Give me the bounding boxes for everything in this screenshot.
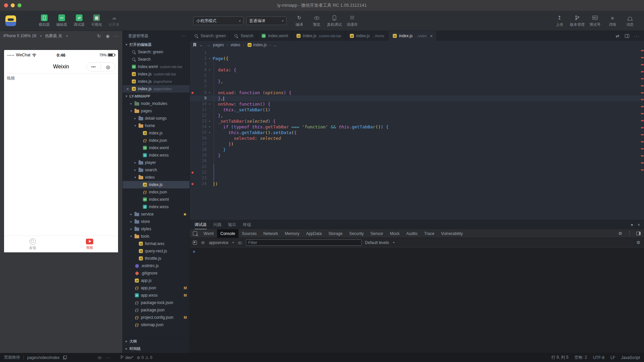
collapse-panel-icon[interactable]: ▾ [631, 223, 633, 227]
tree-item-package-lock.json[interactable]: {}package-lock.json [123, 299, 190, 306]
console-settings-gear-icon[interactable]: ⚙ [636, 240, 641, 245]
editor-tab[interactable]: <>index.wxml [257, 31, 292, 41]
git-branch-indicator[interactable]: dev* [120, 355, 133, 360]
more-icon[interactable]: ··· [114, 34, 119, 39]
cursor-position[interactable]: 行 9, 列 5 [551, 355, 569, 360]
device-select[interactable]: iPhone 5 106% 16 ▾ [3, 34, 42, 38]
editor-tab[interactable]: JSindex.js.../video× [388, 31, 437, 41]
close-tab-icon[interactable]: × [430, 34, 433, 39]
devtools-tab-Vulnerability[interactable]: Vulnerability [438, 229, 466, 238]
more-actions-icon[interactable]: ··· [181, 34, 186, 38]
compare-icon[interactable]: ⇄ [615, 34, 620, 39]
code-line[interactable]: 13▾ _setTabBar(selected) { [190, 118, 644, 124]
code-line[interactable]: 14▾ if (typeof this.getTabBar === 'funct… [190, 124, 644, 130]
tree-item-app.wxss[interactable]: #app.wxssM [123, 292, 190, 299]
editor-tab[interactable]: JSindex.jscustom-tab-bar [292, 31, 345, 41]
devtools-tab-Console[interactable]: Console [217, 229, 238, 238]
user-avatar[interactable] [5, 15, 16, 26]
forward-arrow-icon[interactable]: → [206, 43, 210, 48]
copy-icon[interactable] [63, 356, 67, 359]
open-editor-item[interactable]: ×JSindex.jspages/video [123, 85, 190, 93]
tree-item-format.wxs[interactable]: JSformat.wxs [123, 240, 190, 247]
devtools-tab-AppData[interactable]: AppData [303, 229, 325, 238]
phone-page-content[interactable]: 视频 [4, 73, 118, 236]
breadcrumb-item[interactable]: video [230, 43, 240, 47]
tree-item-store[interactable]: ▸store [123, 218, 190, 225]
tree-item-video[interactable]: ▾video [123, 174, 190, 181]
mode-select[interactable]: 小程序模式 ▾ [193, 16, 244, 25]
code-line[interactable]: 12 }, [190, 113, 644, 118]
fold-icon[interactable]: ▾ [207, 101, 213, 107]
fold-icon[interactable]: ▾ [207, 56, 213, 61]
editor-tab[interactable]: JSindex.js.../home [345, 31, 388, 41]
project-header[interactable]: ▾ LY-MINIAPP [123, 93, 190, 100]
console-filter-input[interactable] [246, 239, 362, 246]
code-line[interactable]: 6 }, [190, 78, 644, 84]
devtools-tab-Memory[interactable]: Memory [281, 229, 303, 238]
section-大纲[interactable]: ▸大纲 [123, 338, 190, 345]
code-line[interactable]: 23 [190, 175, 644, 181]
more-icon[interactable]: ··· [106, 355, 111, 360]
code-line[interactable]: 2▾Page({ [190, 56, 644, 61]
tree-item-detail-songs[interactable]: ▸detail-songs [123, 115, 190, 122]
tree-item-.gitignore[interactable]: .gitignore [123, 269, 190, 277]
top-frame-icon[interactable] [193, 241, 197, 245]
refresh-icon[interactable]: ↻ [96, 34, 102, 39]
toolbar-button-预览[interactable]: 预览 [308, 14, 325, 27]
devtools-tab-Audits[interactable]: Audits [403, 229, 421, 238]
clear-console-icon[interactable]: ⊘ [200, 240, 206, 245]
code-line[interactable]: 4▾ data: { [190, 67, 644, 73]
breadcrumb-item[interactable]: JSindex.js [247, 42, 267, 48]
tree-item-sitemap.json[interactable]: {}sitemap.json [123, 321, 190, 328]
bookmark-icon[interactable] [193, 43, 196, 47]
toolbar-button-清缓存[interactable]: 清缓存 [343, 14, 361, 27]
minimize-window-icon[interactable] [11, 3, 15, 7]
back-arrow-icon[interactable]: ← [199, 43, 203, 48]
devtools-tab-Mock[interactable]: Mock [387, 229, 403, 238]
problems-indicator[interactable]: ⊘ 0 ⚠ 0 [137, 355, 152, 360]
editor-tab[interactable]: Search [230, 31, 257, 41]
open-editor-item[interactable]: Search [123, 56, 190, 63]
overview-ruler[interactable] [641, 49, 644, 220]
maximize-window-icon[interactable] [17, 3, 21, 7]
section-时间线[interactable]: ▸时间线 [123, 345, 190, 352]
capsule-button[interactable]: ••• ◎ [86, 62, 115, 71]
tree-item-home[interactable]: ▾home [123, 122, 190, 129]
toolbar-button-调试器[interactable]: ⇄调试器 [70, 14, 88, 27]
devtools-tab-Sensor[interactable]: Sensor [367, 229, 387, 238]
editor-tab[interactable]: Search: green [190, 31, 230, 41]
code-line[interactable]: 15▾ this.getTabBar().setData({ [190, 130, 644, 135]
close-window-icon[interactable] [4, 3, 8, 7]
live-expression-eye-icon[interactable] [238, 240, 242, 245]
tree-item-app.js[interactable]: JSapp.js [123, 277, 190, 284]
panel-tab-调试器[interactable]: 调试器 [195, 220, 207, 229]
code-editor[interactable]: 12▾Page({34▾ data: {56 },78▾ onLoad: fun… [190, 49, 644, 220]
phone-tab-发现[interactable]: 发现 [4, 236, 61, 252]
code-line[interactable]: 8▾ onLoad: function (options) { [190, 90, 644, 96]
panel-tab-问题[interactable]: 问题 [213, 220, 221, 229]
tree-item-index.wxml[interactable]: <>index.wxml [123, 144, 190, 152]
open-editor-item[interactable]: JSindex.jscustom-tab-bar [123, 70, 190, 78]
breadcrumb-item[interactable]: ... [273, 43, 277, 47]
code-line[interactable]: 5 [190, 73, 644, 78]
devtools-tab-Storage[interactable]: Storage [325, 229, 346, 238]
indent-setting[interactable]: 空格: 2 [575, 355, 587, 360]
toolbar-button-测试号[interactable]: 测试号 [586, 14, 604, 27]
console-output[interactable]: > [190, 247, 644, 353]
code-line[interactable]: 24}) [190, 181, 644, 187]
eye-icon[interactable] [98, 356, 102, 360]
devtools-tab-Wxml[interactable]: Wxml [200, 229, 217, 238]
tree-item-search[interactable]: ▸search [123, 166, 190, 174]
more-icon[interactable]: ··· [634, 34, 639, 39]
encoding[interactable]: UTF-8 [593, 355, 604, 360]
code-line[interactable]: 3 [190, 61, 644, 67]
code-line[interactable]: 17 }) [190, 141, 644, 147]
tree-item-index.js[interactable]: JSindex.js [123, 129, 190, 137]
devtools-tab-Security[interactable]: Security [346, 229, 367, 238]
close-editor-icon[interactable]: × [125, 86, 130, 92]
tree-item-pages[interactable]: ▾pages [123, 107, 190, 115]
code-line[interactable]: 11 this._setTabBar(1) [190, 107, 644, 113]
fold-icon[interactable]: ▾ [207, 67, 213, 73]
code-line[interactable]: 9 }, [190, 96, 644, 101]
toolbar-button-编辑器[interactable]: </>编辑器 [53, 14, 70, 27]
